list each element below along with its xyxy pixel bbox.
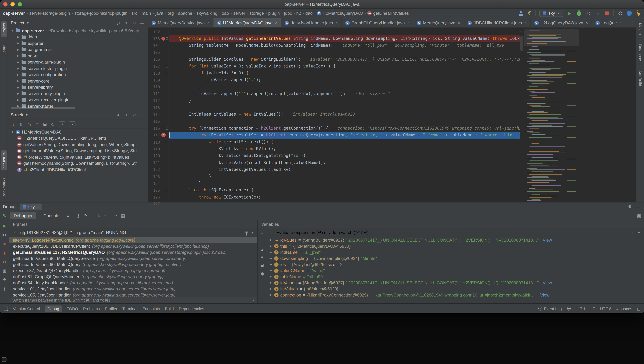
chevron-down-icon[interactable]: ▼	[27, 21, 29, 24]
chevron-right-icon[interactable]: ▶	[269, 244, 272, 248]
code-line[interactable]: } catch (SQLException e) {	[169, 187, 520, 194]
close-tab-icon[interactable]: ×	[207, 21, 209, 25]
whats-new-button[interactable]	[635, 10, 641, 16]
status-item-terminal[interactable]: Terminal	[122, 306, 137, 311]
variable-row[interactable]: ▶vidValues = {StringBuilder@6927} "'2020…	[267, 280, 644, 286]
code-line[interactable]: idValues.append("'").append(ids.get(valu…	[169, 90, 520, 97]
autoscroll-from-source-toggle[interactable]: ▴	[69, 121, 76, 127]
structure-member[interactable]: mH2MetricsQueryDAO(JDBCHikariCPClient)	[8, 135, 148, 142]
breadcrumb-item[interactable]: server	[233, 11, 245, 16]
variable-row[interactable]: ▶pids = {ArrayList@6925} size = 2	[267, 261, 644, 268]
code-editor[interactable]: @Override public IntValues getLinearIntV…	[169, 28, 520, 202]
move-watch-up-icon[interactable]: ▲	[260, 247, 264, 252]
status-item-version-control[interactable]: Version Control	[13, 306, 40, 311]
gear-icon[interactable]: ⚙	[627, 204, 632, 209]
status-item-problems[interactable]: Problems	[83, 306, 100, 311]
fold-marker-icon[interactable]	[166, 134, 168, 136]
code-line[interactable]: }	[169, 180, 520, 187]
editor-tab[interactable]: CJettyJsonHandler.java×	[281, 18, 342, 27]
code-line[interactable]: if (valueIdx != 0) {	[169, 70, 520, 76]
sidebar-tab-ant-build[interactable]: Ant Build	[637, 68, 643, 88]
status-item-todo[interactable]: TODO	[67, 306, 78, 311]
profiler-button[interactable]: ◔	[595, 10, 600, 16]
code-line[interactable]: for (int valueIdx = 0; valueIdx < ids.si…	[169, 63, 520, 70]
frame-row[interactable]: service:101, JettyJsonHandler(org.apache…	[9, 286, 257, 292]
gutter-line[interactable]: 113	[148, 104, 169, 111]
sort-alpha-icon[interactable]: ↕	[11, 122, 16, 126]
gutter-line[interactable]: 124	[148, 180, 169, 187]
variable-row[interactable]: ▶pvalueCName = "value"	[267, 268, 644, 274]
hide-panel-icon[interactable]: —	[139, 21, 145, 25]
add-icon[interactable]: ＋	[631, 230, 635, 235]
breadcrumb-item[interactable]: apache	[178, 11, 192, 16]
project-tree-item[interactable]: ▶oal-grammar	[8, 46, 148, 53]
close-icon[interactable]: ×	[252, 298, 254, 302]
gutter-line[interactable]: 105	[148, 49, 169, 56]
breadcrumb-item[interactable]: dao	[305, 11, 313, 16]
breadcrumb-item[interactable]: main	[142, 11, 151, 16]
chevron-right-icon[interactable]: ▶	[269, 293, 272, 296]
frame-row[interactable]: doPost:81, GraphQLQueryHandler(org.apach…	[9, 274, 257, 280]
editor-tab[interactable]: CLogQue×	[592, 18, 625, 27]
debug-button[interactable]	[576, 10, 582, 16]
restore-layout-icon[interactable]: ▣	[637, 213, 641, 218]
layout-settings-icon[interactable]: ≡	[67, 213, 69, 218]
chevron-right-icon[interactable]: ▶	[269, 257, 272, 260]
structure-member[interactable]: fh2Client: JDBCHikariCPClient	[8, 166, 148, 173]
fold-marker-icon[interactable]	[166, 65, 168, 68]
breadcrumb-item[interactable]: java	[155, 11, 163, 16]
frame-row[interactable]: getLinearIntValues:60, MetricQuery(org.a…	[9, 261, 257, 268]
camera-icon[interactable]: ▣	[2, 268, 7, 273]
more-tabs-icon[interactable]: ⋮	[628, 18, 636, 28]
status-item-debug[interactable]: Debug	[45, 305, 62, 312]
frame-row[interactable]: execute:87, GraphQLQueryHandler(org.apac…	[9, 268, 257, 274]
project-tree-item[interactable]: ▶server-core	[8, 78, 148, 84]
code-line[interactable]: }	[169, 97, 520, 104]
variable-row[interactable]: ▶vtableName = "all_p99"	[267, 274, 644, 280]
code-line[interactable]: try (ResultSet resultSet = h2Client.exec…	[169, 132, 520, 138]
status-item-endpoints[interactable]: Endpoints	[142, 306, 160, 311]
code-line[interactable]: }	[169, 173, 520, 180]
debug-session-tab[interactable]: sky ×	[20, 203, 42, 210]
gutter-line[interactable]: 115	[148, 118, 169, 125]
chevron-right-icon[interactable]: ▶	[269, 275, 272, 278]
code-line[interactable]: }	[169, 84, 520, 90]
thread-selector[interactable]: ✓ "qtp1818592781-43"@6,921 in group "mai…	[9, 228, 257, 237]
close-tab-icon[interactable]: ×	[407, 21, 410, 25]
step-over-icon[interactable]: ↷	[84, 213, 88, 218]
resume-button[interactable]: ▶	[2, 223, 7, 228]
breadcrumb-item[interactable]: plugin	[268, 11, 280, 16]
frame-row[interactable]: getLinearIntValues:96, MetricQueryServic…	[9, 255, 257, 261]
force-step-into-icon[interactable]: ⇓	[97, 213, 100, 218]
variable-row[interactable]: ▶vconnection = {HikariProxyConnection@69…	[267, 292, 644, 298]
frame-row[interactable]: filter:445, Logger$PrivateConfig(org.apa…	[9, 237, 257, 243]
evaluate-expression-input[interactable]: Evaluate expression (↵) or add a watch (…	[267, 228, 644, 237]
minimap-viewport[interactable]	[524, 29, 579, 46]
sidebar-tab-structure[interactable]: Structure	[1, 150, 7, 170]
breadcrumb-item[interactable]: org	[167, 11, 174, 16]
gutter-line[interactable]: 114	[148, 111, 169, 118]
view-link[interactable]: View	[540, 292, 549, 298]
gutter-line[interactable]: 109	[148, 77, 169, 84]
project-tree-item[interactable]: ▶oal-rt	[8, 53, 148, 59]
gutter-line[interactable]: 121	[148, 159, 169, 166]
status-line-ending[interactable]: LF	[590, 306, 595, 311]
show-watches-icon[interactable]: ◉	[260, 272, 264, 276]
status-item-profiler[interactable]: Profiler	[105, 306, 117, 311]
zoom-window-button[interactable]	[18, 2, 22, 6]
show-fields-icon[interactable]: f	[35, 122, 40, 126]
collapse-all-icon[interactable]: ⇑	[123, 112, 129, 117]
chevron-down-icon[interactable]: ▼	[637, 231, 640, 234]
status-item-dependencies[interactable]: Dependencies	[179, 306, 204, 311]
code-line[interactable]: kv.setValue(resultSet.getLong(valueCName…	[169, 159, 520, 166]
editor-tab[interactable]: CJDBCHikariCPClient.java×	[464, 18, 531, 27]
status-file-encoding[interactable]: UTF-8	[600, 306, 611, 311]
run-button[interactable]: ▶	[567, 10, 572, 16]
tool-window-toggle-icon[interactable]	[4, 306, 8, 311]
gear-icon[interactable]: ⚙	[131, 21, 137, 25]
locate-file-icon[interactable]: ◎	[115, 21, 121, 25]
code-line[interactable]: StringBuilder idValues = new StringBuild…	[169, 56, 520, 63]
inspection-ok-icon[interactable]: ✓	[520, 29, 523, 33]
sidebar-tab-maven[interactable]: Maven	[637, 21, 643, 36]
gutter-line[interactable]: 116	[148, 125, 169, 132]
